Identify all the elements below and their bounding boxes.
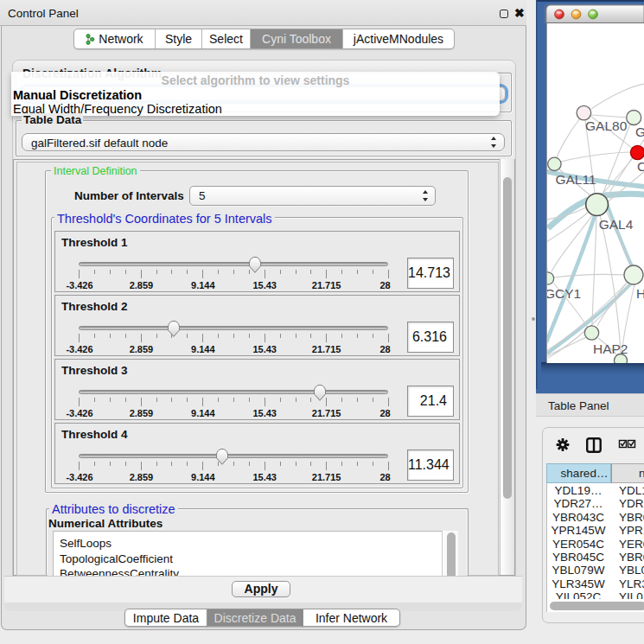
svg-text:HAP2: HAP2	[593, 341, 628, 356]
svg-text:GAL11: GAL11	[555, 172, 596, 187]
svg-text:H: H	[636, 286, 644, 301]
svg-text:GCY1: GCY1	[545, 286, 581, 301]
svg-text:GA: GA	[635, 124, 644, 139]
svg-text:GAL4: GAL4	[599, 217, 634, 232]
svg-text:GAL80: GAL80	[585, 118, 628, 133]
svg-text:C: C	[637, 159, 644, 174]
